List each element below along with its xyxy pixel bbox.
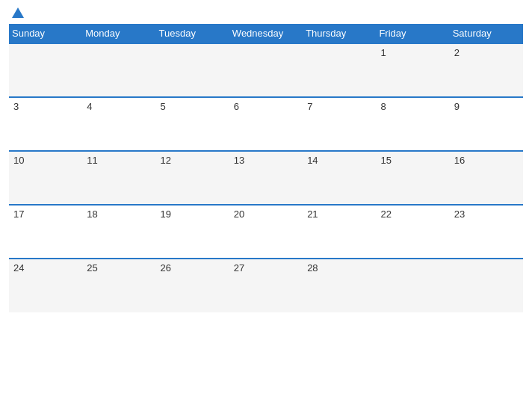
day-cell: 27: [229, 259, 303, 312]
day-number: 16: [454, 155, 465, 166]
weekday-thursday: Thursday: [303, 24, 376, 43]
day-number: 21: [307, 208, 318, 220]
day-cell: 2: [450, 43, 523, 97]
day-number: 11: [87, 155, 97, 166]
weekday-saturday: Saturday: [450, 24, 523, 43]
weekday-wednesday: Wednesday: [229, 24, 303, 43]
day-number: 3: [13, 101, 19, 112]
weekday-friday: Friday: [376, 24, 449, 43]
day-number: 26: [161, 262, 171, 274]
day-number: 27: [234, 262, 244, 274]
day-number: 28: [307, 262, 318, 274]
day-cell: [82, 43, 155, 97]
day-number: 7: [307, 101, 312, 112]
day-number: 24: [13, 262, 24, 274]
day-number: 20: [234, 208, 244, 220]
day-cell: 9: [450, 97, 523, 151]
day-cell: 3: [9, 97, 82, 151]
week-row-4: 17181920212223: [9, 205, 523, 259]
day-number: 4: [87, 101, 92, 112]
week-row-3: 10111213141516: [9, 151, 523, 205]
day-cell: 11: [82, 151, 155, 205]
day-cell: 8: [376, 97, 449, 151]
day-cell: 24: [9, 259, 82, 312]
week-row-2: 3456789: [9, 97, 523, 151]
day-cell: 6: [229, 97, 303, 151]
day-number: 10: [13, 155, 24, 166]
logo-triangle-icon: [12, 7, 24, 18]
day-cell: [376, 259, 449, 312]
day-number: 22: [380, 208, 391, 220]
day-cell: 18: [82, 205, 155, 259]
day-number: 8: [380, 101, 386, 112]
day-cell: [229, 43, 303, 97]
day-number: 15: [380, 155, 391, 166]
weekday-tuesday: Tuesday: [156, 24, 229, 43]
calendar-container: SundayMondayTuesdayWednesdayThursdayFrid…: [0, 0, 532, 411]
week-row-5: 2425262728: [9, 259, 523, 312]
day-cell: 26: [156, 259, 229, 312]
day-cell: 10: [9, 151, 82, 205]
day-number: 23: [454, 208, 465, 220]
day-cell: [303, 43, 376, 97]
day-cell: [9, 43, 82, 97]
day-cell: 20: [229, 205, 303, 259]
weekday-header-row: SundayMondayTuesdayWednesdayThursdayFrid…: [9, 24, 523, 43]
day-number: 12: [161, 155, 171, 166]
calendar-header: [9, 7, 523, 18]
day-number: 2: [454, 47, 460, 58]
day-cell: 25: [82, 259, 155, 312]
day-cell: 1: [376, 43, 449, 97]
day-cell: 23: [450, 205, 523, 259]
day-cell: 12: [156, 151, 229, 205]
day-cell: 28: [303, 259, 376, 312]
day-cell: [450, 259, 523, 312]
logo: [9, 7, 24, 18]
day-cell: 14: [303, 151, 376, 205]
day-cell: 19: [156, 205, 229, 259]
day-number: 5: [161, 101, 166, 112]
day-number: 1: [380, 47, 386, 58]
day-number: 19: [161, 208, 171, 220]
day-number: 13: [234, 155, 244, 166]
day-number: 9: [454, 101, 460, 112]
day-cell: 21: [303, 205, 376, 259]
day-number: 14: [307, 155, 318, 166]
day-cell: 17: [9, 205, 82, 259]
day-number: 6: [234, 101, 239, 112]
weekday-sunday: Sunday: [9, 24, 82, 43]
day-cell: 13: [229, 151, 303, 205]
day-cell: 15: [376, 151, 449, 205]
weekday-monday: Monday: [82, 24, 155, 43]
day-number: 18: [87, 208, 97, 220]
day-number: 17: [13, 208, 24, 220]
day-cell: [156, 43, 229, 97]
day-cell: 4: [82, 97, 155, 151]
day-cell: 5: [156, 97, 229, 151]
week-row-1: 12: [9, 43, 523, 97]
day-number: 25: [87, 262, 97, 274]
day-cell: 22: [376, 205, 449, 259]
calendar-table: SundayMondayTuesdayWednesdayThursdayFrid…: [9, 24, 523, 312]
day-cell: 16: [450, 151, 523, 205]
day-cell: 7: [303, 97, 376, 151]
